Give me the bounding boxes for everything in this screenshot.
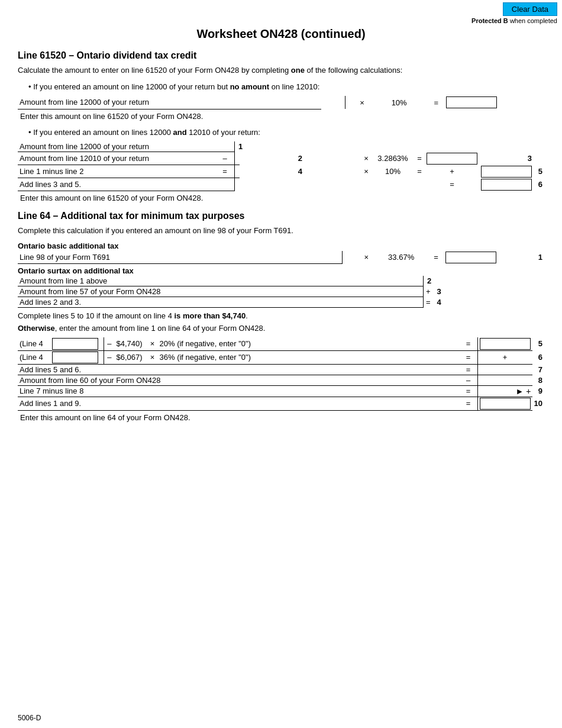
line7-linenum: 7: [532, 364, 544, 375]
row1-op: ×: [354, 96, 370, 109]
section-line64: Line 64 – Additional tax for minimum tax…: [18, 211, 544, 422]
s2-arrow-plus: ► +: [477, 385, 532, 397]
line5-input-cell: [479, 165, 534, 178]
line5-op2: ×: [147, 337, 158, 351]
section2-enter: Enter this amount on line 64 of your For…: [20, 413, 544, 422]
line2-op: –: [219, 152, 231, 165]
s2-line1above-label: Amount from line 1 above: [18, 276, 418, 286]
line6-val-input[interactable]: [52, 352, 98, 363]
ontario-basic-label: Ontario basic additional tax: [18, 241, 544, 250]
line4-label: Add lines 3 and 5.: [18, 178, 219, 191]
s2-line57-op: +: [426, 287, 431, 296]
line3-input-cell: [425, 152, 479, 165]
s2-line7minus8-eq: =: [463, 385, 474, 397]
line98-input[interactable]: [445, 252, 496, 263]
s2-line7-row: Add lines 5 and 6. = 7: [18, 364, 544, 375]
line5-pre: (Line 4: [18, 337, 50, 351]
line6-num: 6: [534, 178, 544, 191]
line10-input[interactable]: [480, 398, 531, 410]
section1-line2-row: Amount from line 12010 of your return – …: [18, 152, 544, 165]
line3-op3: +: [425, 165, 479, 178]
s2-line10-row: Add lines 1 and 9. = 10: [18, 397, 544, 410]
line6-amount: $6,067): [115, 350, 147, 364]
s2-line4-num: 4: [437, 298, 441, 307]
s2-addlines56-label: Add lines 5 and 6.: [18, 364, 463, 375]
line5-op1: –: [104, 337, 115, 351]
line6-eq: =: [463, 350, 474, 364]
line5-linenum: 5: [532, 337, 544, 351]
line98-pct: 33.67%: [374, 251, 428, 264]
s2-line60-label: Amount from line 60 of your Form ON428: [18, 375, 463, 385]
line5-result-input[interactable]: [480, 338, 531, 350]
s2-line3-row: Amount from line 57 of your Form ON428 +…: [18, 286, 544, 297]
line6-op1: –: [104, 350, 115, 364]
line98-linenum: 1: [529, 251, 544, 264]
s2-line2-row: Amount from line 1 above 2: [18, 276, 544, 286]
line1-label: Amount from line 12000 of your return: [18, 141, 219, 152]
s2-line60-op: –: [463, 375, 474, 385]
line98-eq: =: [428, 251, 444, 264]
section1-lines-table: Amount from line 12000 of your return 1 …: [18, 141, 544, 191]
line3-pct: 10%: [372, 165, 414, 178]
footer-code: 5006-D: [18, 714, 41, 722]
row1-input-cell: [444, 96, 527, 109]
s2-line5-row: (Line 4 – $4,740) × 20% (if negative, en…: [18, 337, 544, 351]
s2-line9-row: Line 7 minus line 8 = ► + 9: [18, 385, 544, 397]
row1-eq: =: [428, 96, 444, 109]
s2-addlines19-eq: =: [463, 397, 474, 410]
line5-eq: =: [463, 337, 474, 351]
section1-row1: Amount from line 12000 of your return × …: [18, 96, 544, 109]
section2-surtax-table: Amount from line 1 above 2 Amount from l…: [18, 276, 544, 308]
line5-val-input[interactable]: [52, 338, 98, 350]
s2-addlines23-eq: =: [426, 298, 431, 307]
line4-num: 4: [240, 165, 361, 178]
line6-op3-cell: +: [477, 350, 532, 364]
section2-heading: Line 64 – Additional tax for minimum tax…: [18, 211, 544, 221]
section2-intro: Complete this calculation if you entered…: [18, 225, 544, 237]
row1-pct: 10%: [370, 96, 428, 109]
row1-label: Amount from line 12000 of your return: [18, 96, 321, 109]
section-line61520: Line 61520 – Ontario dividend tax credit…: [18, 50, 544, 202]
line3-op2: ×: [361, 165, 372, 178]
line6-pre: (Line 4: [18, 350, 50, 364]
line9-linenum: 9: [532, 385, 544, 397]
line3-input[interactable]: [427, 153, 477, 165]
line4-eq: =: [425, 178, 479, 191]
bullet1: If you entered an amount on line 12000 o…: [28, 81, 544, 93]
section1-intro: Calculate the amount to enter on line 61…: [18, 65, 544, 76]
section1-row1-table: Amount from line 12000 of your return × …: [18, 96, 544, 109]
row1-input[interactable]: [446, 96, 497, 108]
line6-input[interactable]: [481, 179, 532, 191]
top-bar: Clear Data Protected B when completed: [467, 0, 562, 27]
line3-eq2: =: [414, 165, 425, 178]
line2-label: Amount from line 12010 of your return: [18, 152, 219, 165]
clear-data-button[interactable]: Clear Data: [503, 2, 557, 16]
line5-input[interactable]: [481, 166, 532, 178]
section1-line4-row: Add lines 3 and 5. = 6: [18, 178, 544, 191]
s2-line3-num: 3: [437, 287, 441, 296]
s2-line7minus8-label: Line 7 minus line 8: [18, 385, 463, 397]
section1-heading: Line 61520 – Ontario dividend tax credit: [18, 50, 544, 61]
s2-line57-label: Amount from line 57 of your Form ON428: [18, 286, 418, 297]
s2-addlines56-eq: =: [463, 364, 474, 375]
line98-row: Line 98 of your Form T691 × 33.67% = 1: [18, 251, 544, 264]
section1-enter2: Enter this amount on line 61520 of your …: [20, 194, 544, 202]
line6-op2: ×: [147, 350, 158, 364]
line98-op: ×: [359, 251, 374, 264]
s2-line6-row: (Line 4 – $6,067) × 36% (if negative, en…: [18, 350, 544, 364]
section1-line1-row: Amount from line 12000 of your return 1: [18, 141, 544, 152]
line5-amount: $4,740): [115, 337, 147, 351]
line3-num: 3: [479, 152, 534, 165]
line5-num: 5: [534, 165, 544, 178]
line1-num: 1: [238, 142, 243, 151]
s2-line4-row: Add lines 2 and 3. = 4: [18, 297, 544, 308]
line98-input-cell: [444, 251, 521, 264]
line3-label: Line 1 minus line 2: [18, 165, 219, 178]
s2-addlines23-label: Add lines 2 and 3.: [18, 297, 418, 308]
page-title: Worksheet ON428 (continued): [18, 27, 544, 41]
line6-input-cell: [479, 178, 534, 191]
complete-text: Complete lines 5 to 10 if the amount on …: [18, 310, 544, 335]
line2-op2: ×: [361, 152, 372, 165]
bullet2: If you entered an amount on lines 12000 …: [28, 127, 544, 138]
section1-enter1: Enter this amount on line 61520 of your …: [20, 112, 544, 121]
